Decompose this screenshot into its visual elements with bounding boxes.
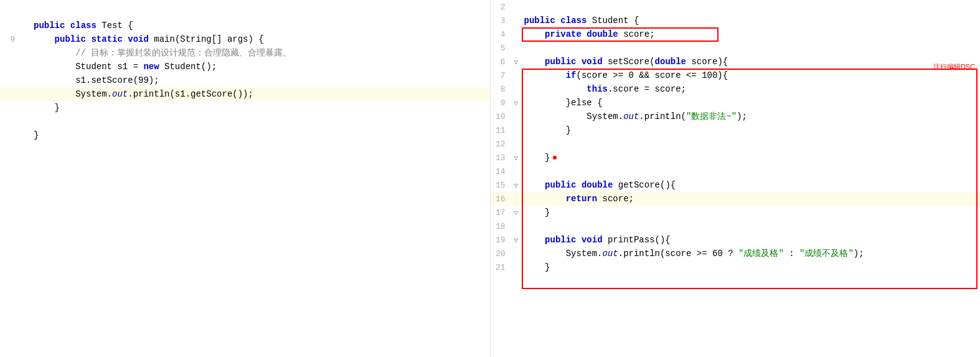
code-content: if(score >= 0 && score <= 100){ bbox=[522, 70, 978, 80]
right-editor-pane: 注行编辑DSC 2 3 public class Student { 4 pri… bbox=[491, 0, 981, 357]
code-content: } bbox=[522, 262, 978, 272]
code-content: System.out.println(score >= 60 ? "成绩及格" … bbox=[522, 248, 978, 259]
code-content: public class Student { bbox=[522, 16, 978, 26]
code-line: } bbox=[0, 128, 490, 142]
code-content: } bbox=[522, 207, 978, 217]
line-number: 11 bbox=[493, 126, 511, 135]
code-line-4: 4 private double score; bbox=[491, 27, 981, 41]
line-number: 9 bbox=[493, 98, 511, 108]
code-line-16-highlighted: 16 return score; bbox=[491, 192, 981, 206]
code-content: } bbox=[522, 125, 978, 135]
line-number: 14 bbox=[493, 167, 511, 176]
code-line: Student s1 = new Student(); bbox=[0, 60, 490, 74]
code-line-highlighted: System.out.println(s1.getScore()); bbox=[0, 87, 490, 101]
line-number: 9 bbox=[2, 35, 20, 44]
code-content: public void setScore(double score){ bbox=[522, 57, 978, 67]
code-line-13: 13 ▽ } bbox=[491, 151, 981, 164]
code-content: this.score = score; bbox=[522, 84, 978, 94]
line-number: 13 bbox=[493, 153, 511, 163]
code-line: 9 public static void main(String[] args)… bbox=[0, 32, 490, 46]
gutter: ▽ bbox=[511, 236, 522, 244]
code-line: // 目标：掌握封装的设计规范：合理隐藏、合理暴露。 bbox=[0, 46, 490, 60]
line-number: 19 bbox=[493, 236, 511, 245]
line-number: 5 bbox=[493, 44, 511, 53]
code-content: public static void main(String[] args) { bbox=[31, 34, 488, 44]
code-line-18: 18 bbox=[491, 219, 981, 233]
code-line bbox=[0, 5, 490, 19]
line-number: 7 bbox=[493, 71, 511, 80]
code-content: Student s1 = new Student(); bbox=[31, 62, 488, 72]
gutter: ▽ bbox=[511, 58, 522, 66]
code-line-17: 17 ▽ } bbox=[491, 206, 981, 219]
line-number: 17 bbox=[493, 208, 511, 217]
code-line-8: 8 this.score = score; bbox=[491, 82, 981, 96]
code-line-9: 9 ▽ }else { bbox=[491, 96, 981, 110]
line-number: 2 bbox=[493, 2, 511, 12]
gutter: ▽ bbox=[511, 154, 522, 162]
code-line-11: 11 } bbox=[491, 123, 981, 137]
code-line-12: 12 bbox=[491, 137, 981, 151]
code-line: public class Test { bbox=[0, 19, 490, 32]
code-line-2: 2 bbox=[491, 0, 981, 14]
line-number: 6 bbox=[493, 57, 511, 67]
code-content: // 目标：掌握封装的设计规范：合理隐藏、合理暴露。 bbox=[31, 47, 488, 59]
gutter: ▽ bbox=[511, 181, 522, 189]
code-content: return score; bbox=[522, 194, 978, 204]
code-content: } bbox=[31, 103, 488, 113]
code-content: System.out.println(s1.getScore()); bbox=[31, 89, 488, 99]
left-editor-pane: public class Test { 9 public static void… bbox=[0, 0, 491, 357]
code-line: s1.setScore(99); bbox=[0, 74, 490, 87]
code-line-15: 15 ▽ public double getScore(){ bbox=[491, 178, 981, 192]
code-line-21: 21 } bbox=[491, 260, 981, 274]
code-content: private double score; bbox=[522, 29, 978, 39]
code-content: System.out.println("数据非法~"); bbox=[522, 111, 978, 122]
line-number: 12 bbox=[493, 140, 511, 149]
code-line-5: 5 bbox=[491, 41, 981, 55]
code-line-6: 6 ▽ public void setScore(double score){ bbox=[491, 55, 981, 69]
code-content: public class Test { bbox=[31, 21, 488, 31]
line-number: 21 bbox=[493, 263, 511, 272]
code-line-3: 3 public class Student { bbox=[491, 14, 981, 27]
code-line: } bbox=[0, 101, 490, 115]
code-content: } bbox=[522, 153, 978, 163]
line-number: 18 bbox=[493, 222, 511, 231]
code-content: public double getScore(){ bbox=[522, 180, 978, 190]
line-number: 3 bbox=[493, 16, 511, 26]
code-content: }else { bbox=[522, 98, 978, 108]
gutter: ▽ bbox=[511, 209, 522, 217]
code-line-7: 7 if(score >= 0 && score <= 100){ bbox=[491, 69, 981, 82]
line-number: 10 bbox=[493, 112, 511, 121]
code-content: public void printPass(){ bbox=[522, 235, 978, 245]
code-line-19: 19 ▽ public void printPass(){ bbox=[491, 233, 981, 247]
line-number: 15 bbox=[493, 181, 511, 190]
code-line-10: 10 System.out.println("数据非法~"); bbox=[491, 110, 981, 123]
code-content: s1.setScore(99); bbox=[31, 75, 488, 85]
line-number: 20 bbox=[493, 249, 511, 259]
code-content: } bbox=[31, 130, 488, 140]
code-line bbox=[0, 115, 490, 128]
code-line-20: 20 System.out.println(score >= 60 ? "成绩及… bbox=[491, 247, 981, 260]
line-number: 4 bbox=[493, 30, 511, 39]
gutter: ▽ bbox=[511, 99, 522, 107]
line-number: 8 bbox=[493, 85, 511, 94]
code-line-14: 14 bbox=[491, 164, 981, 178]
red-dot bbox=[553, 156, 557, 159]
line-number: 16 bbox=[493, 194, 511, 204]
